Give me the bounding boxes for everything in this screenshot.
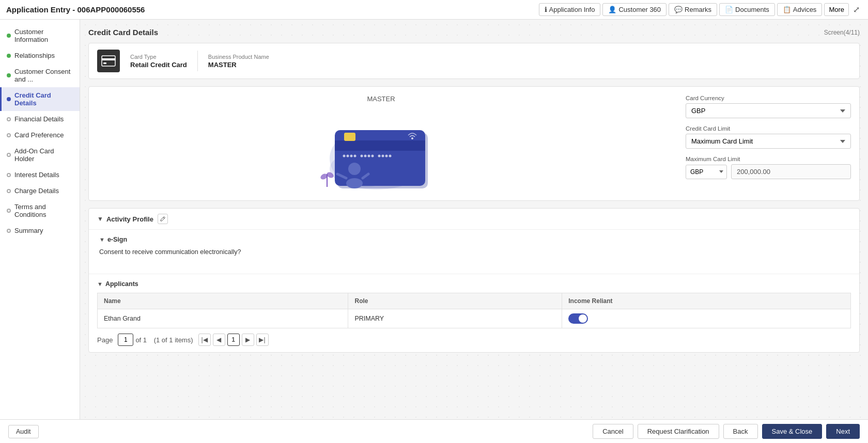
max-currency-select[interactable]: GBP USD xyxy=(686,165,727,179)
page-title: Credit Card Details xyxy=(88,28,158,37)
remarks-button[interactable]: 💬 Remarks xyxy=(669,3,717,16)
sidebar-item-relationships[interactable]: Relationships xyxy=(0,48,80,64)
activity-profile-header[interactable]: ▼ Activity Profile xyxy=(89,209,859,230)
income-reliant-toggle[interactable] xyxy=(568,313,588,324)
page-label: Page xyxy=(97,336,113,344)
back-button[interactable]: Back xyxy=(723,424,758,439)
svg-point-12 xyxy=(353,155,356,157)
sidebar-dot xyxy=(7,34,11,38)
svg-rect-0 xyxy=(102,56,115,66)
svg-point-13 xyxy=(360,155,363,157)
resize-button[interactable]: ⤢ xyxy=(851,4,862,15)
svg-point-18 xyxy=(381,155,384,157)
sidebar-dot xyxy=(7,153,11,157)
card-type-value: Retail Credit Card xyxy=(130,61,187,69)
max-limit-row: GBP USD xyxy=(686,164,851,179)
sidebar-dot xyxy=(7,209,11,213)
sidebar-item-credit-card-details[interactable]: Credit Card Details xyxy=(0,87,80,111)
applicant-income-reliant xyxy=(562,309,851,328)
next-button[interactable]: Next xyxy=(826,424,860,439)
sidebar-item-interest-details[interactable]: Interest Details xyxy=(0,167,80,183)
applicants-title: Applicants xyxy=(105,280,138,288)
activity-profile-toggle-icon: ▼ xyxy=(97,215,103,223)
svg-rect-1 xyxy=(102,58,115,60)
credit-card-limit-group: Credit Card Limit Maximum Card Limit Cus… xyxy=(686,125,851,149)
next-page-button[interactable]: ▶ xyxy=(242,334,254,346)
svg-point-15 xyxy=(367,155,370,157)
card-info-box: Card Type Retail Credit Card Business Pr… xyxy=(88,43,860,79)
table-header-row: Name Role Income Reliant xyxy=(98,293,851,309)
svg-rect-7 xyxy=(335,140,425,151)
table-row: Ethan GrandPRIMARY xyxy=(98,309,851,328)
sidebar-dot xyxy=(7,133,11,137)
svg-point-19 xyxy=(385,155,388,157)
col-role: Role xyxy=(348,293,562,309)
documents-icon: 📄 xyxy=(725,6,733,13)
sidebar-item-terms-conditions[interactable]: Terms and Conditions xyxy=(0,199,80,223)
activity-profile-panel: ▼ Activity Profile ▼ e-Sign Consent to r… xyxy=(88,208,860,353)
last-page-button[interactable]: ▶| xyxy=(256,334,269,346)
max-amount-input[interactable] xyxy=(731,164,851,179)
svg-point-20 xyxy=(389,155,391,157)
content-area: Credit Card Details Screen(4/11) Card Ty… xyxy=(80,20,868,419)
credit-card-limit-label: Credit Card Limit xyxy=(686,125,851,132)
app-header: Application Entry - 006APP000060556 ℹ Ap… xyxy=(0,0,868,20)
sidebar-item-customer-consent[interactable]: Customer Consent and ... xyxy=(0,64,80,87)
max-card-limit-label: Maximum Card Limit xyxy=(686,156,851,162)
product-name-label: Business Product Name xyxy=(208,54,269,60)
sidebar-item-charge-details[interactable]: Charge Details xyxy=(0,183,80,199)
header-actions: ℹ Application Info 👤 Customer 360 💬 Rema… xyxy=(539,3,862,16)
sidebar-dot xyxy=(7,189,11,193)
esign-toggle-icon: ▼ xyxy=(99,236,105,243)
card-info-divider xyxy=(197,51,198,71)
svg-point-22 xyxy=(348,163,361,175)
applicants-header[interactable]: ▼ Applicants xyxy=(97,280,851,288)
card-currency-label: Card Currency xyxy=(686,95,851,101)
activity-profile-edit-icon[interactable] xyxy=(158,214,168,224)
card-svg xyxy=(309,107,454,192)
sidebar-item-financial-details[interactable]: Financial Details xyxy=(0,111,80,127)
page-1-button[interactable]: 1 xyxy=(227,334,240,346)
svg-point-14 xyxy=(364,155,366,157)
advices-button[interactable]: 📋 Advices xyxy=(777,3,823,16)
applicants-section: ▼ Applicants Name Role Income Reliant Et… xyxy=(89,274,859,352)
consent-label: Consent to receive communication electro… xyxy=(99,248,849,256)
credit-card-limit-select[interactable]: Maximum Card Limit Custom Limit xyxy=(686,134,851,149)
info-icon: ℹ xyxy=(545,6,547,13)
esign-header[interactable]: ▼ e-Sign xyxy=(99,236,849,243)
sidebar-item-customer-info[interactable]: Customer Information xyxy=(0,24,80,48)
sidebar: Customer Information Relationships Custo… xyxy=(0,20,80,419)
panel-body: MASTER xyxy=(89,87,859,200)
applicants-toggle-icon: ▼ xyxy=(97,281,103,287)
screen-info: Screen(4/11) xyxy=(824,29,860,36)
request-clarification-button[interactable]: Request Clarification xyxy=(638,424,719,439)
svg-rect-8 xyxy=(344,133,355,141)
advices-icon: 📋 xyxy=(783,6,791,13)
sidebar-item-summary[interactable]: Summary xyxy=(0,223,80,239)
sidebar-item-card-preference[interactable]: Card Preference xyxy=(0,127,80,143)
save-close-button[interactable]: Save & Close xyxy=(762,424,823,439)
more-button[interactable]: More xyxy=(824,3,849,16)
card-visual-label: MASTER xyxy=(367,95,395,103)
audit-button[interactable]: Audit xyxy=(8,425,39,438)
esign-section: ▼ e-Sign Consent to receive communicatio… xyxy=(89,230,859,274)
card-currency-select[interactable]: GBP USD EUR xyxy=(686,103,851,118)
main-layout: Customer Information Relationships Custo… xyxy=(0,20,868,419)
footer-right: Cancel Request Clarification Back Save &… xyxy=(593,424,860,439)
svg-point-17 xyxy=(378,155,380,157)
customer-360-button[interactable]: 👤 Customer 360 xyxy=(602,3,667,16)
cancel-button[interactable]: Cancel xyxy=(593,424,633,439)
footer: Audit Cancel Request Clarification Back … xyxy=(0,419,868,443)
svg-point-9 xyxy=(343,155,345,157)
page-number-input[interactable] xyxy=(118,334,133,346)
prev-page-button[interactable]: ◀ xyxy=(213,334,225,346)
documents-button[interactable]: 📄 Documents xyxy=(719,3,775,16)
main-panel: MASTER xyxy=(88,86,860,201)
card-illustration: MASTER xyxy=(97,95,665,192)
product-name-value: MASTER xyxy=(208,61,269,69)
form-area: Card Currency GBP USD EUR Credit Card Li… xyxy=(686,95,851,186)
page-header: Credit Card Details Screen(4/11) xyxy=(88,28,860,37)
application-info-button[interactable]: ℹ Application Info xyxy=(539,3,601,16)
first-page-button[interactable]: |◀ xyxy=(198,334,211,346)
sidebar-item-add-on-card-holder[interactable]: Add-On Card Holder xyxy=(0,143,80,167)
